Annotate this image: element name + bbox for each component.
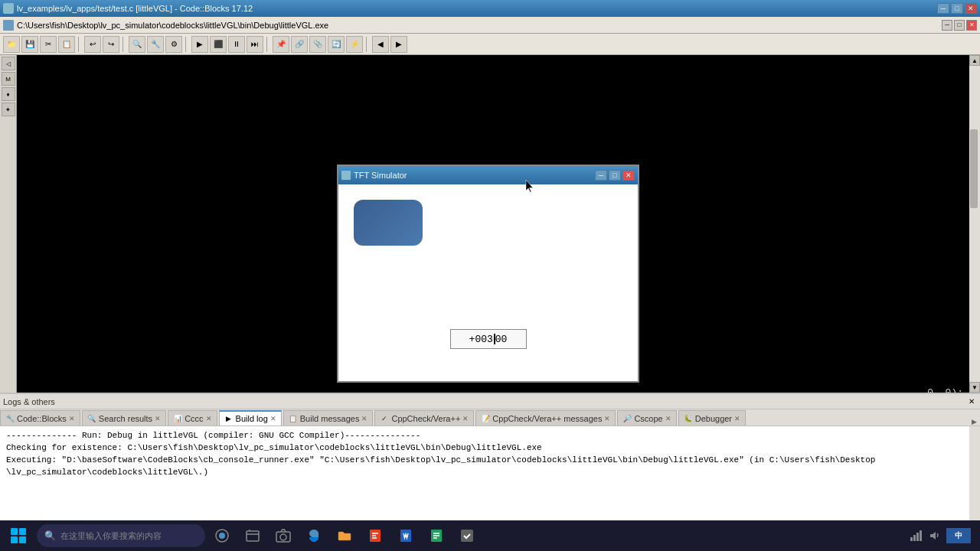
taskbar-app-8[interactable]: [453, 522, 481, 549]
taskbar-ppt[interactable]: [361, 522, 389, 549]
tab-buildlog[interactable]: ▶ Build log ✕: [219, 410, 282, 425]
sidebar-btn-1[interactable]: ◁: [2, 57, 15, 70]
tab-buildmessages[interactable]: 📋 Build messages ✕: [283, 410, 374, 425]
toolbar-btn-11[interactable]: ⬛: [210, 36, 227, 53]
toolbar-btn-7[interactable]: 🔍: [129, 36, 145, 53]
tab-cscope-close[interactable]: ✕: [665, 415, 671, 422]
vertical-scrollbar[interactable]: ▲ ▼: [969, 55, 980, 393]
taskbar-word[interactable]: [392, 522, 420, 549]
tft-spinbox[interactable]: +00300: [450, 329, 527, 349]
toolbar-btn-15[interactable]: 🔗: [291, 36, 308, 53]
tab-cccc[interactable]: 📊 Cccc ✕: [168, 410, 217, 425]
build-tab-icon: ▶: [224, 414, 234, 423]
tab-cccc-close[interactable]: ✕: [206, 415, 212, 422]
start-button[interactable]: [3, 522, 34, 549]
tab-cppcheck-msg[interactable]: 📝 CppCheck/Vera++ messages ✕: [475, 410, 616, 425]
toolbar-btn-5[interactable]: ↩: [84, 36, 101, 53]
toolbar-btn-4[interactable]: 📋: [58, 36, 75, 53]
taskbar-folder[interactable]: [331, 522, 358, 549]
tft-content: +00300: [338, 184, 638, 381]
tab-buildlog-label: Build log: [236, 414, 268, 423]
spinbox-value-rest: 00: [495, 334, 508, 345]
toolbar-separator-5: [366, 37, 369, 52]
toolbar-btn-1[interactable]: 📁: [3, 36, 20, 53]
log-content: -------------- Run: Debug in littleVGL (…: [0, 426, 969, 534]
toolbar-btn-17[interactable]: 🔄: [328, 36, 345, 53]
toolbar-separator-4: [266, 37, 270, 52]
tft-maximize-button[interactable]: □: [609, 170, 621, 181]
addr-minimize-button[interactable]: ─: [942, 20, 952, 31]
tab-debugger-label: Debugger: [695, 414, 732, 423]
sidebar-btn-2[interactable]: M: [2, 72, 15, 86]
tab-search[interactable]: 🔍 Search results ✕: [82, 410, 166, 425]
tft-minimize-button[interactable]: ─: [595, 170, 607, 181]
taskbar-explorer[interactable]: [239, 522, 266, 549]
toolbar-btn-20[interactable]: ▶: [390, 36, 407, 53]
svg-rect-9: [910, 537, 913, 541]
language-indicator[interactable]: 中: [946, 528, 971, 543]
tab-debugger-close[interactable]: ✕: [734, 415, 740, 422]
taskbar-camera[interactable]: [270, 522, 297, 549]
tab-codeblocks-close[interactable]: ✕: [69, 415, 75, 422]
scroll-thumb-vertical[interactable]: [970, 129, 978, 208]
close-button[interactable]: ✕: [965, 3, 977, 14]
tab-buildmessages-close[interactable]: ✕: [361, 415, 368, 422]
toolbar: 📁 💾 ✂ 📋 ↩ ↪ 🔍 🔧 ⚙ ▶ ⬛ ⏸ ⏭ 📌 🔗 📎 🔄 ⚡ ◀ ▶: [0, 34, 980, 55]
toolbar-btn-3[interactable]: ✂: [40, 36, 57, 53]
scroll-up-button[interactable]: ▲: [969, 55, 980, 66]
maximize-button[interactable]: □: [951, 3, 963, 14]
addr-close-button[interactable]: ✕: [966, 20, 977, 31]
right-code-text: 0, 0);: [927, 387, 963, 393]
toolbar-btn-13[interactable]: ⏭: [247, 36, 263, 53]
tab-cppcheck-msg-label: CppCheck/Vera++ messages: [492, 414, 602, 423]
scroll-down-button[interactable]: ▼: [969, 382, 980, 393]
windows-icon-bl: [11, 536, 18, 543]
taskbar-app-7[interactable]: [423, 522, 450, 549]
taskbar: 🔍 在这里输入你要搜索的内容 中: [0, 520, 980, 551]
taskbar-edge[interactable]: [300, 522, 328, 549]
debugger-tab-icon: 🐛: [684, 414, 693, 423]
logs-panel-title: Logs & others: [3, 397, 55, 406]
tft-title-left: TFT Simulator: [341, 171, 407, 180]
address-controls: ─ □ ✕: [942, 20, 977, 31]
toolbar-btn-9[interactable]: ⚙: [165, 36, 182, 53]
windows-icon-tr: [19, 528, 26, 535]
toolbar-btn-19[interactable]: ◀: [372, 36, 389, 53]
toolbar-btn-2[interactable]: 💾: [21, 36, 38, 53]
tab-cccc-label: Cccc: [185, 414, 203, 423]
logs-close-button[interactable]: ✕: [966, 396, 977, 407]
codeblocks-tab-icon: 🔧: [5, 414, 15, 423]
window-controls: ─ □ ✕: [937, 3, 977, 14]
spinbox-input[interactable]: +00300: [450, 329, 527, 349]
tab-cppcheck-close[interactable]: ✕: [462, 415, 469, 422]
toolbar-btn-16[interactable]: 📎: [309, 36, 326, 53]
tft-close-button[interactable]: ✕: [622, 170, 635, 181]
minimize-button[interactable]: ─: [937, 3, 949, 14]
toolbar-btn-6[interactable]: ↪: [103, 36, 119, 53]
sidebar-btn-4[interactable]: ✦: [2, 103, 15, 116]
scroll-track-vertical[interactable]: [969, 66, 980, 382]
svg-rect-2: [247, 531, 259, 541]
tabs-scroll-right[interactable]: ▶: [969, 418, 980, 425]
addr-maximize-button[interactable]: □: [954, 20, 965, 31]
tab-debugger[interactable]: 🐛 Debugger ✕: [678, 410, 746, 425]
tab-codeblocks[interactable]: 🔧 Code::Blocks ✕: [0, 410, 80, 425]
tab-cppcheck[interactable]: ✓ CppCheck/Vera++ ✕: [374, 410, 474, 425]
tab-search-close[interactable]: ✕: [155, 415, 161, 422]
cppcheck-tab-icon: ✓: [380, 414, 389, 423]
log-vertical-scrollbar[interactable]: [969, 426, 980, 534]
tab-cscope[interactable]: 🔎 Cscope ✕: [617, 410, 676, 425]
taskbar-search[interactable]: 🔍 在这里输入你要搜索的内容: [37, 524, 205, 547]
toolbar-btn-8[interactable]: 🔧: [147, 36, 164, 53]
tft-window-icon: [341, 171, 351, 180]
sidebar-btn-3[interactable]: ♦: [2, 87, 15, 101]
toolbar-btn-12[interactable]: ⏸: [228, 36, 245, 53]
log-line-2: Checking for existence: C:\Users\fish\De…: [6, 442, 963, 454]
tab-cppcheck-msg-close[interactable]: ✕: [604, 415, 610, 422]
toolbar-btn-14[interactable]: 📌: [273, 36, 289, 53]
toolbar-btn-18[interactable]: ⚡: [346, 36, 363, 53]
taskbar-cortana[interactable]: [208, 522, 236, 549]
search-icon: 🔍: [44, 530, 56, 541]
toolbar-btn-10[interactable]: ▶: [191, 36, 208, 53]
tab-buildlog-close[interactable]: ✕: [270, 415, 276, 422]
